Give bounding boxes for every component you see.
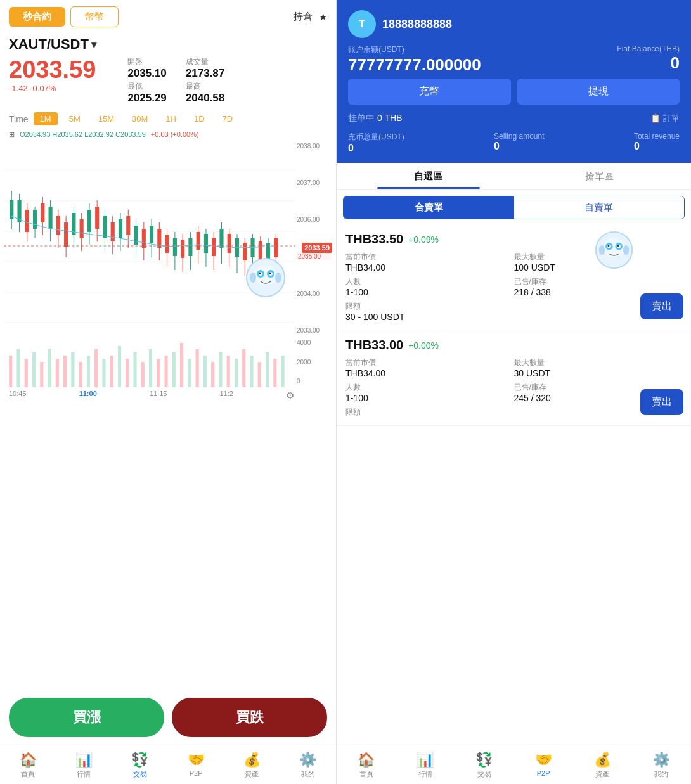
left-nav-home-label: 首頁: [21, 769, 35, 779]
svg-rect-116: [235, 359, 238, 387]
r-market-icon: 📊: [417, 752, 434, 768]
left-nav-p2p[interactable]: 🤝 P2P: [168, 749, 224, 781]
holding-label[interactable]: 持倉: [294, 11, 313, 23]
trade-2-sell-button[interactable]: 賣出: [640, 389, 683, 415]
time-btn-30m[interactable]: 30M: [126, 112, 154, 125]
buy-buttons: 買漲 買跌: [0, 690, 336, 745]
assets-icon: 💰: [243, 752, 261, 768]
trade-1-sell-button[interactable]: 賣出: [640, 293, 683, 319]
right-bottom-nav: 🏠 首頁 📊 行情 💱 交易 🤝 P2P 💰 資產 ⚙️ 我的: [337, 745, 691, 784]
buy-fall-button[interactable]: 買跌: [172, 698, 327, 737]
price-section: 2033.59 -1.42 -0.07% 開盤 2035.10 成交量 2173…: [0, 54, 336, 108]
svg-rect-106: [157, 359, 160, 387]
left-nav-assets[interactable]: 💰 資產: [224, 749, 280, 781]
svg-rect-121: [273, 359, 276, 387]
recharge-button[interactable]: 充幣: [348, 79, 511, 105]
star-icon[interactable]: ★: [319, 11, 327, 23]
left-nav-market[interactable]: 📊 行情: [56, 749, 112, 781]
trade-icon: 💱: [131, 752, 148, 768]
svg-point-132: [617, 245, 619, 247]
trade-card-1: THB33.50 +0.09%: [337, 224, 691, 330]
tab-grab[interactable]: 搶單區: [514, 163, 685, 189]
svg-rect-99: [102, 359, 105, 387]
svg-point-83: [259, 273, 261, 274]
open-label: 開盤: [127, 56, 166, 67]
time-btn-5m[interactable]: 5M: [63, 112, 87, 125]
svg-rect-103: [133, 352, 136, 387]
chart-settings-icon[interactable]: ⚙: [286, 390, 294, 401]
right-nav-assets[interactable]: 💰 資產: [573, 749, 632, 781]
right-nav-mine[interactable]: ⚙️ 我的: [632, 749, 691, 781]
r-trade-icon: 💱: [475, 752, 493, 768]
svg-point-134: [623, 245, 630, 255]
svg-point-133: [599, 245, 605, 255]
svg-rect-101: [118, 346, 121, 387]
usdt-label: 账户余额(USDT): [348, 44, 481, 55]
tab-futures[interactable]: 秒合約: [9, 7, 65, 27]
pair-title[interactable]: XAUT/USDT ▾: [0, 34, 336, 54]
subtab-co-sell[interactable]: 合賣單: [344, 196, 514, 219]
time-btn-1h[interactable]: 1H: [159, 112, 183, 125]
account-buttons: 充幣 提現: [348, 79, 680, 105]
right-nav-trade[interactable]: 💱 交易: [455, 749, 513, 781]
order-link[interactable]: 📋 訂單: [650, 113, 680, 124]
thb-value: 0: [671, 53, 680, 73]
trade-2-details: 當前市價 THB34.00 最大數量 30 USDT 人數 1-100 已售/庫…: [346, 357, 682, 403]
tab-favorites[interactable]: 自選區: [343, 163, 514, 189]
svg-rect-117: [242, 349, 245, 387]
right-nav-market[interactable]: 📊 行情: [396, 749, 455, 781]
time-btn-1m[interactable]: 1M: [34, 112, 58, 125]
left-nav-trade[interactable]: 💱 交易: [112, 749, 168, 781]
svg-rect-122: [281, 356, 285, 387]
svg-rect-21: [64, 222, 68, 247]
right-panel: T 18888888888 账户余额(USDT) 77777777.000000…: [336, 0, 691, 784]
right-nav-p2p[interactable]: 🤝 P2P: [514, 749, 573, 781]
svg-rect-27: [87, 210, 91, 232]
trade-1-limit-section: 限額 30 - 100 USDT: [346, 301, 682, 322]
svg-rect-91: [40, 362, 43, 387]
svg-rect-69: [250, 238, 254, 257]
p2p-icon: 🤝: [188, 752, 205, 768]
buy-rise-button[interactable]: 買漲: [9, 698, 164, 737]
svg-rect-115: [227, 356, 230, 387]
robot-svg: [245, 257, 287, 299]
left-nav-assets-label: 資產: [245, 769, 259, 779]
svg-rect-87: [9, 356, 12, 387]
left-bottom-nav: 🏠 首頁 📊 行情 💱 交易 🤝 P2P 💰 資產 ⚙️ 我的: [0, 745, 336, 784]
left-nav-mine[interactable]: ⚙️ 我的: [280, 749, 336, 781]
svg-rect-113: [211, 362, 214, 387]
left-nav-home[interactable]: 🏠 首頁: [0, 749, 56, 781]
svg-rect-110: [188, 359, 191, 387]
withdraw-button[interactable]: 提現: [517, 79, 680, 105]
svg-rect-120: [266, 352, 269, 387]
selling-value: 0: [494, 141, 500, 152]
trade-2-qty-label: 最大數量 30 USDT: [514, 357, 683, 378]
svg-rect-59: [212, 238, 216, 256]
right-nav-home[interactable]: 🏠 首頁: [337, 749, 396, 781]
low-label: 最低: [127, 81, 166, 92]
tab-spot[interactable]: 幣幣: [70, 6, 119, 27]
svg-rect-13: [33, 210, 37, 229]
time-btn-7d[interactable]: 7D: [216, 112, 240, 125]
top-tabs-right: 持倉 ★: [294, 11, 327, 23]
stats-row-1: 開盤 2035.10 成交量 2173.87: [127, 56, 224, 80]
stat-open: 開盤 2035.10: [127, 56, 166, 80]
price-stats: 開盤 2035.10 成交量 2173.87 最低 2025.29 最高: [127, 56, 224, 105]
svg-rect-55: [197, 232, 200, 250]
subtab-self-sell[interactable]: 自賣單: [514, 196, 685, 219]
r-mine-icon: ⚙️: [653, 752, 670, 768]
time-btn-1d[interactable]: 1D: [188, 112, 211, 125]
trade-1-change: +0.09%: [408, 235, 439, 245]
svg-rect-43: [150, 226, 153, 243]
svg-rect-49: [173, 238, 177, 256]
pending-row: 挂单中 0 THB 📋 訂單: [348, 112, 680, 124]
chart-area: ⊞ O2034.93 H2035.62 L2032.92 C2033.59 +0…: [0, 129, 336, 690]
r-p2p-icon: 🤝: [535, 752, 552, 768]
trade-2-price: THB33.00: [346, 338, 403, 352]
order-label: 訂單: [663, 113, 680, 124]
market-icon: 📊: [75, 752, 93, 768]
svg-point-86: [275, 273, 281, 283]
time-btn-15m[interactable]: 15M: [92, 112, 120, 125]
price-main: 2033.59 -1.42 -0.07%: [9, 56, 96, 105]
revenue-col: Total revenue 0: [634, 132, 680, 154]
